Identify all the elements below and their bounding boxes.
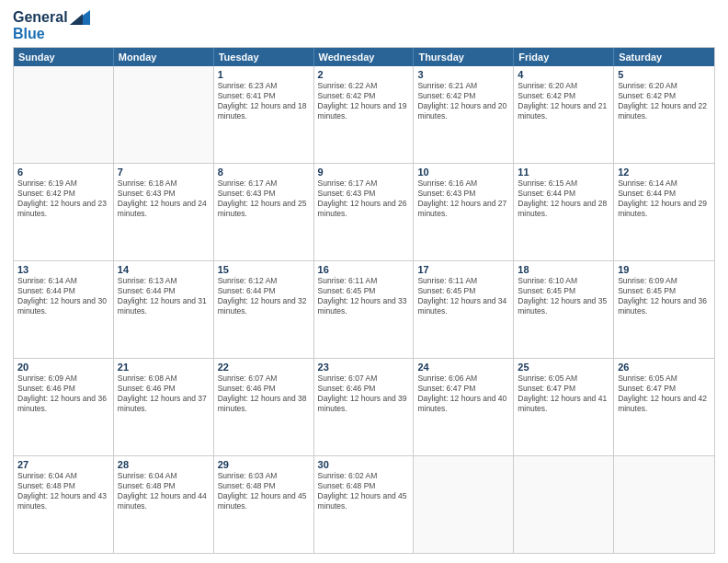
calendar-cell: 17Sunrise: 6:11 AM Sunset: 6:45 PM Dayli… bbox=[414, 261, 514, 358]
cell-info: Sunrise: 6:15 AM Sunset: 6:44 PM Dayligh… bbox=[518, 178, 609, 219]
calendar-cell: 4Sunrise: 6:20 AM Sunset: 6:42 PM Daylig… bbox=[514, 66, 614, 163]
day-number: 30 bbox=[318, 459, 410, 470]
header-day-friday: Friday bbox=[514, 48, 614, 66]
header-day-tuesday: Tuesday bbox=[214, 48, 314, 66]
calendar-cell: 11Sunrise: 6:15 AM Sunset: 6:44 PM Dayli… bbox=[514, 164, 614, 260]
cell-info: Sunrise: 6:05 AM Sunset: 6:47 PM Dayligh… bbox=[618, 373, 711, 414]
cell-info: Sunrise: 6:08 AM Sunset: 6:46 PM Dayligh… bbox=[118, 373, 210, 414]
calendar-header: SundayMondayTuesdayWednesdayThursdayFrid… bbox=[14, 48, 714, 66]
day-number: 12 bbox=[618, 167, 711, 178]
header-day-monday: Monday bbox=[114, 48, 214, 66]
day-number: 2 bbox=[318, 69, 410, 80]
calendar: SundayMondayTuesdayWednesdayThursdayFrid… bbox=[13, 47, 715, 554]
calendar-body: 1Sunrise: 6:23 AM Sunset: 6:41 PM Daylig… bbox=[14, 66, 714, 553]
cell-info: Sunrise: 6:05 AM Sunset: 6:47 PM Dayligh… bbox=[518, 373, 609, 414]
calendar-cell: 8Sunrise: 6:17 AM Sunset: 6:43 PM Daylig… bbox=[214, 164, 314, 260]
day-number: 17 bbox=[417, 264, 509, 275]
day-number: 22 bbox=[218, 362, 310, 373]
cell-info: Sunrise: 6:23 AM Sunset: 6:41 PM Dayligh… bbox=[218, 81, 310, 121]
cell-info: Sunrise: 6:06 AM Sunset: 6:47 PM Dayligh… bbox=[417, 373, 509, 414]
cell-info: Sunrise: 6:18 AM Sunset: 6:43 PM Dayligh… bbox=[118, 178, 210, 219]
calendar-cell: 29Sunrise: 6:03 AM Sunset: 6:48 PM Dayli… bbox=[214, 456, 314, 553]
calendar-cell: 3Sunrise: 6:21 AM Sunset: 6:42 PM Daylig… bbox=[414, 66, 514, 163]
cell-info: Sunrise: 6:19 AM Sunset: 6:42 PM Dayligh… bbox=[17, 178, 109, 219]
calendar-cell bbox=[514, 456, 614, 553]
calendar-cell: 12Sunrise: 6:14 AM Sunset: 6:44 PM Dayli… bbox=[614, 164, 714, 260]
day-number: 7 bbox=[118, 167, 210, 178]
cell-info: Sunrise: 6:16 AM Sunset: 6:43 PM Dayligh… bbox=[417, 178, 509, 219]
calendar-cell bbox=[614, 456, 714, 553]
page: General Blue SundayMondayTuesdayWednesda… bbox=[0, 0, 728, 563]
header-day-saturday: Saturday bbox=[614, 48, 714, 66]
header-day-sunday: Sunday bbox=[14, 48, 114, 66]
calendar-cell: 30Sunrise: 6:02 AM Sunset: 6:48 PM Dayli… bbox=[314, 456, 415, 553]
calendar-row-5: 27Sunrise: 6:04 AM Sunset: 6:48 PM Dayli… bbox=[14, 455, 714, 553]
svg-marker-1 bbox=[70, 14, 83, 25]
cell-info: Sunrise: 6:07 AM Sunset: 6:46 PM Dayligh… bbox=[318, 373, 410, 414]
cell-info: Sunrise: 6:03 AM Sunset: 6:48 PM Dayligh… bbox=[218, 471, 310, 511]
day-number: 24 bbox=[417, 362, 509, 373]
calendar-cell: 24Sunrise: 6:06 AM Sunset: 6:47 PM Dayli… bbox=[414, 359, 514, 455]
cell-info: Sunrise: 6:11 AM Sunset: 6:45 PM Dayligh… bbox=[417, 276, 509, 316]
calendar-cell: 18Sunrise: 6:10 AM Sunset: 6:45 PM Dayli… bbox=[514, 261, 614, 358]
calendar-cell: 7Sunrise: 6:18 AM Sunset: 6:43 PM Daylig… bbox=[114, 164, 214, 260]
cell-info: Sunrise: 6:20 AM Sunset: 6:42 PM Dayligh… bbox=[618, 81, 711, 121]
calendar-cell: 6Sunrise: 6:19 AM Sunset: 6:42 PM Daylig… bbox=[14, 164, 114, 260]
day-number: 28 bbox=[118, 459, 210, 470]
header-day-thursday: Thursday bbox=[414, 48, 514, 66]
day-number: 20 bbox=[17, 362, 109, 373]
logo-icon bbox=[70, 10, 90, 25]
calendar-cell: 9Sunrise: 6:17 AM Sunset: 6:43 PM Daylig… bbox=[314, 164, 415, 260]
calendar-cell: 27Sunrise: 6:04 AM Sunset: 6:48 PM Dayli… bbox=[14, 456, 114, 553]
day-number: 19 bbox=[618, 264, 711, 275]
day-number: 26 bbox=[618, 362, 711, 373]
calendar-cell: 5Sunrise: 6:20 AM Sunset: 6:42 PM Daylig… bbox=[614, 66, 714, 163]
day-number: 18 bbox=[518, 264, 609, 275]
calendar-cell: 16Sunrise: 6:11 AM Sunset: 6:45 PM Dayli… bbox=[314, 261, 415, 358]
day-number: 13 bbox=[17, 264, 109, 275]
day-number: 15 bbox=[218, 264, 310, 275]
calendar-cell: 10Sunrise: 6:16 AM Sunset: 6:43 PM Dayli… bbox=[414, 164, 514, 260]
calendar-row-4: 20Sunrise: 6:09 AM Sunset: 6:46 PM Dayli… bbox=[14, 358, 714, 455]
calendar-cell: 14Sunrise: 6:13 AM Sunset: 6:44 PM Dayli… bbox=[114, 261, 214, 358]
cell-info: Sunrise: 6:09 AM Sunset: 6:45 PM Dayligh… bbox=[618, 276, 711, 316]
header-day-wednesday: Wednesday bbox=[314, 48, 415, 66]
calendar-cell: 25Sunrise: 6:05 AM Sunset: 6:47 PM Dayli… bbox=[514, 359, 614, 455]
calendar-cell: 19Sunrise: 6:09 AM Sunset: 6:45 PM Dayli… bbox=[614, 261, 714, 358]
day-number: 11 bbox=[518, 167, 609, 178]
calendar-cell: 28Sunrise: 6:04 AM Sunset: 6:48 PM Dayli… bbox=[114, 456, 214, 553]
day-number: 10 bbox=[417, 167, 509, 178]
calendar-cell: 1Sunrise: 6:23 AM Sunset: 6:41 PM Daylig… bbox=[214, 66, 314, 163]
cell-info: Sunrise: 6:11 AM Sunset: 6:45 PM Dayligh… bbox=[318, 276, 410, 316]
cell-info: Sunrise: 6:10 AM Sunset: 6:45 PM Dayligh… bbox=[518, 276, 609, 316]
calendar-cell bbox=[414, 456, 514, 553]
day-number: 4 bbox=[518, 69, 609, 80]
logo: General Blue bbox=[13, 9, 90, 41]
cell-info: Sunrise: 6:20 AM Sunset: 6:42 PM Dayligh… bbox=[518, 81, 609, 121]
logo-blue: Blue bbox=[13, 26, 45, 42]
calendar-row-2: 6Sunrise: 6:19 AM Sunset: 6:42 PM Daylig… bbox=[14, 163, 714, 260]
day-number: 9 bbox=[318, 167, 410, 178]
cell-info: Sunrise: 6:21 AM Sunset: 6:42 PM Dayligh… bbox=[417, 81, 509, 121]
cell-info: Sunrise: 6:07 AM Sunset: 6:46 PM Dayligh… bbox=[218, 373, 310, 414]
calendar-cell: 15Sunrise: 6:12 AM Sunset: 6:44 PM Dayli… bbox=[214, 261, 314, 358]
cell-info: Sunrise: 6:14 AM Sunset: 6:44 PM Dayligh… bbox=[618, 178, 711, 219]
calendar-cell: 22Sunrise: 6:07 AM Sunset: 6:46 PM Dayli… bbox=[214, 359, 314, 455]
cell-info: Sunrise: 6:13 AM Sunset: 6:44 PM Dayligh… bbox=[118, 276, 210, 316]
day-number: 27 bbox=[17, 459, 109, 470]
cell-info: Sunrise: 6:04 AM Sunset: 6:48 PM Dayligh… bbox=[17, 471, 109, 511]
cell-info: Sunrise: 6:09 AM Sunset: 6:46 PM Dayligh… bbox=[17, 373, 109, 414]
calendar-cell bbox=[14, 66, 114, 163]
cell-info: Sunrise: 6:12 AM Sunset: 6:44 PM Dayligh… bbox=[218, 276, 310, 316]
day-number: 5 bbox=[618, 69, 711, 80]
calendar-cell: 2Sunrise: 6:22 AM Sunset: 6:42 PM Daylig… bbox=[314, 66, 415, 163]
cell-info: Sunrise: 6:17 AM Sunset: 6:43 PM Dayligh… bbox=[218, 178, 310, 219]
cell-info: Sunrise: 6:04 AM Sunset: 6:48 PM Dayligh… bbox=[118, 471, 210, 511]
calendar-row-1: 1Sunrise: 6:23 AM Sunset: 6:41 PM Daylig… bbox=[14, 66, 714, 163]
day-number: 1 bbox=[218, 69, 310, 80]
day-number: 25 bbox=[518, 362, 609, 373]
day-number: 29 bbox=[218, 459, 310, 470]
day-number: 8 bbox=[218, 167, 310, 178]
calendar-row-3: 13Sunrise: 6:14 AM Sunset: 6:44 PM Dayli… bbox=[14, 260, 714, 358]
header: General Blue bbox=[13, 9, 715, 41]
